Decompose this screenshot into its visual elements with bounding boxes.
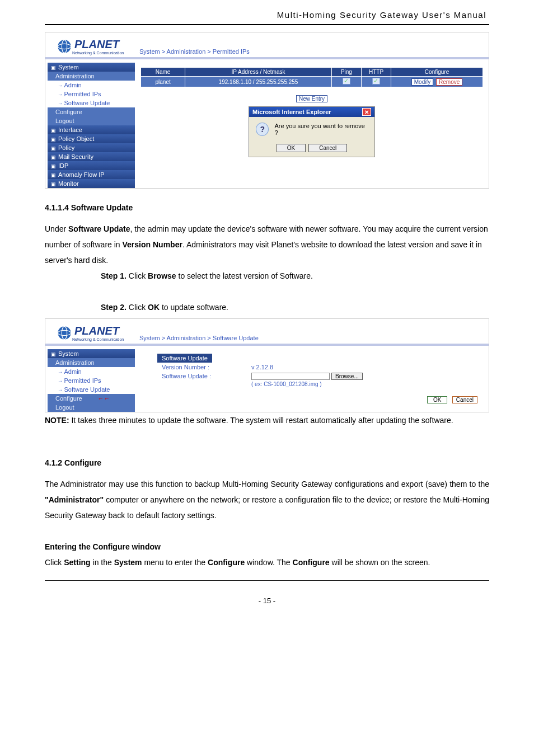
- ok-button[interactable]: OK: [277, 144, 306, 152]
- cell-ip: 192.168.1.10 / 255.255.255.255: [185, 77, 331, 87]
- sidebar-anomaly[interactable]: Anomaly Flow IP: [48, 170, 135, 179]
- sidebar-permitted-ips[interactable]: Permitted IPs: [48, 90, 135, 98]
- logo-brand: PLANET: [74, 325, 124, 337]
- software-update-label: Software Update :: [162, 373, 229, 387]
- software-update-panel: Software Update Version Number : v 2.12.…: [157, 353, 466, 388]
- sidebar-system[interactable]: System: [48, 63, 135, 72]
- th-ip: IP Address / Netmask: [185, 68, 331, 76]
- logo-brand: PLANET: [74, 38, 124, 51]
- cancel-button[interactable]: Cancel: [308, 144, 347, 152]
- doc-text-block-2: NOTE: It takes three minutes to update t…: [45, 412, 489, 570]
- sidebar: System Administration Admin Permitted IP…: [45, 346, 135, 412]
- software-update-paragraph: Under Software Update, the admin may upd…: [45, 221, 489, 268]
- remove-button[interactable]: Remove: [436, 78, 462, 86]
- panel-title: Software Update: [157, 354, 212, 363]
- screenshot-software-update: PLANET Networking & Communication System…: [45, 318, 489, 412]
- sidebar-policy-object[interactable]: Policy Object: [48, 134, 135, 143]
- logo: PLANET Networking & Communication: [45, 319, 135, 344]
- th-name: Name: [141, 68, 185, 76]
- software-file-input[interactable]: [251, 373, 330, 380]
- th-http: HTTP: [362, 68, 391, 76]
- cell-configure: Modify Remove: [391, 77, 483, 87]
- sidebar-interface[interactable]: Interface: [48, 125, 135, 134]
- th-ping: Ping: [332, 68, 361, 76]
- content-area: Software Update Version Number : v 2.12.…: [135, 346, 489, 412]
- content-area: Name IP Address / Netmask Ping HTTP Conf…: [135, 59, 489, 188]
- footer-rule: [45, 580, 489, 581]
- sidebar-admin[interactable]: Admin: [48, 367, 135, 376]
- table-row: planet 192.168.1.10 / 255.255.255.255 Mo…: [141, 77, 483, 87]
- step-1: Step 1. Click Browse to select the lates…: [45, 268, 489, 284]
- new-entry-button[interactable]: New Entry: [296, 95, 327, 102]
- configure-step: Click Setting in the System menu to ente…: [45, 555, 489, 570]
- action-row: OK Cancel: [140, 388, 483, 407]
- cell-http: [362, 77, 391, 87]
- dialog-actions: OK Cancel: [249, 142, 374, 157]
- entering-configure-heading: Entering the Configure window: [45, 539, 489, 555]
- cancel-button[interactable]: Cancel: [452, 396, 477, 403]
- sidebar-admin[interactable]: Admin: [48, 81, 135, 90]
- sidebar-configure[interactable]: Configure: [48, 107, 135, 116]
- step-2: Step 2. Click OK to update software.: [45, 299, 489, 315]
- arrow-icon: ←←: [84, 395, 110, 402]
- browse-button[interactable]: Browse...: [331, 373, 363, 380]
- sidebar-policy[interactable]: Policy: [48, 143, 135, 152]
- sidebar-administration[interactable]: Administration: [48, 72, 135, 81]
- screenshot-permitted-ips: PLANET Networking & Communication System…: [45, 32, 489, 189]
- note-paragraph: NOTE: It takes three minutes to update t…: [45, 412, 489, 428]
- sidebar-configure[interactable]: Configure ←←: [48, 394, 135, 403]
- new-entry-row: New Entry: [140, 93, 483, 103]
- check-icon: [372, 78, 380, 84]
- sidebar-idp[interactable]: IDP: [48, 161, 135, 170]
- example-text: ( ex: CS-1000_021208.img ): [251, 381, 363, 387]
- page-number: - 15 -: [0, 597, 534, 605]
- page-header: Multi-Homing Security Gateway User's Man…: [0, 0, 534, 24]
- version-number-label: Version Number :: [162, 364, 229, 370]
- configure-paragraph: The Administrator may use this function …: [45, 476, 489, 523]
- logo-sub: Networking & Communication: [72, 337, 124, 341]
- svg-point-0: [58, 40, 71, 53]
- section-heading-software-update: 4.1.1.4 Software Update: [45, 200, 489, 215]
- sidebar-logout[interactable]: Logout: [48, 116, 135, 125]
- th-configure: Configure: [391, 68, 483, 76]
- manual-title: Multi-Homing Security Gateway User's Man…: [277, 10, 486, 20]
- modify-button[interactable]: Modify: [411, 78, 433, 86]
- permitted-ips-table: Name IP Address / Netmask Ping HTTP Conf…: [140, 67, 483, 87]
- dialog-title-text: Microsoft Internet Explorer: [252, 109, 331, 115]
- sidebar-mail-security[interactable]: Mail Security: [48, 152, 135, 161]
- sidebar-software-update[interactable]: Software Update: [48, 98, 135, 107]
- section-heading-configure: 4.1.2 Configure: [45, 455, 489, 471]
- sidebar-administration[interactable]: Administration: [48, 358, 135, 367]
- doc-text-block-1: 4.1.1.4 Software Update Under Software U…: [45, 200, 489, 315]
- close-icon[interactable]: ✕: [362, 108, 371, 116]
- breadcrumb: System > Administration > Permitted IPs: [135, 48, 489, 57]
- dialog-titlebar: Microsoft Internet Explorer ✕: [249, 107, 374, 117]
- cell-ping: [332, 77, 361, 87]
- version-number-value: v 2.12.8: [251, 364, 273, 370]
- cell-name: planet: [141, 77, 185, 87]
- confirm-dialog: Microsoft Internet Explorer ✕ ? Are you …: [249, 106, 375, 157]
- question-icon: ?: [256, 123, 269, 136]
- svg-point-3: [58, 326, 71, 339]
- sidebar-permitted-ips[interactable]: Permitted IPs: [48, 376, 135, 385]
- sidebar-logout[interactable]: Logout: [48, 403, 135, 412]
- dialog-body: ? Are you sure you want to remove ?: [249, 117, 374, 142]
- check-icon: [343, 78, 350, 84]
- header-rule: [45, 24, 489, 25]
- sidebar-software-update[interactable]: Software Update: [48, 385, 135, 394]
- logo-sub: Networking & Communication: [72, 51, 124, 55]
- breadcrumb: System > Administration > Software Updat…: [135, 335, 489, 344]
- sidebar-system[interactable]: System: [48, 349, 135, 358]
- logo: PLANET Networking & Communication: [45, 32, 135, 57]
- ok-button[interactable]: OK: [427, 396, 447, 403]
- sidebar: System Administration Admin Permitted IP…: [45, 59, 135, 188]
- dialog-message: Are you sure you want to remove ?: [274, 123, 368, 136]
- sidebar-monitor[interactable]: Monitor: [48, 179, 135, 188]
